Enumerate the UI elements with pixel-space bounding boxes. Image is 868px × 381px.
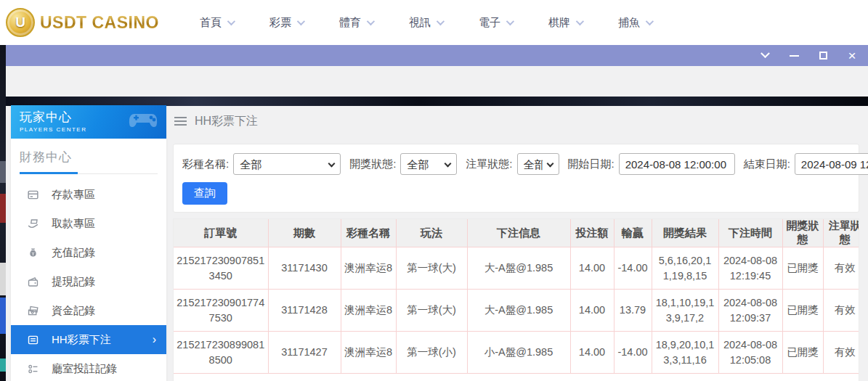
chevron-down-icon bbox=[227, 17, 235, 25]
end-date-input[interactable] bbox=[795, 153, 868, 175]
lottery-name-label: 彩種名稱: bbox=[182, 157, 229, 171]
nav-item-lottery[interactable]: 彩票 bbox=[269, 16, 303, 30]
order-status-select[interactable]: 全部 bbox=[517, 153, 559, 175]
withdraw-hand-icon bbox=[27, 218, 39, 230]
cell-bet-amount: 14.00 bbox=[570, 290, 614, 332]
table-row: 2152172309078513450 31171430 澳洲幸运8 第一球(大… bbox=[174, 247, 859, 290]
cell-bet-amount: 14.00 bbox=[570, 332, 614, 374]
close-icon[interactable]: × bbox=[846, 50, 858, 62]
chevron-down-icon bbox=[646, 17, 654, 25]
draw-status-select[interactable]: 全部 bbox=[400, 153, 457, 175]
background-art bbox=[0, 45, 6, 381]
bets-table-card: 訂單號 期數 彩種名稱 玩法 下注信息 投注額 輸贏 開獎結果 下注時間 開獎狀… bbox=[173, 218, 859, 381]
col-play-type: 玩法 bbox=[396, 219, 467, 247]
nav-item-live[interactable]: 視訊 bbox=[409, 16, 442, 30]
cell-lottery-name: 澳洲幸运8 bbox=[341, 247, 396, 290]
bets-table: 訂單號 期數 彩種名稱 玩法 下注信息 投注額 輸贏 開獎結果 下注時間 開獎狀… bbox=[174, 219, 859, 374]
order-status-label: 注單狀態: bbox=[466, 157, 512, 171]
cell-draw-status: 已開獎 bbox=[782, 332, 823, 374]
col-draw-result: 開獎結果 bbox=[652, 219, 718, 247]
players-center-header: 玩家中心 PLAYERS CENTER bbox=[11, 105, 166, 139]
table-row: 2152172308990818500 31171427 澳洲幸运8 第一球(小… bbox=[174, 332, 859, 374]
col-draw-status: 開獎狀態 bbox=[782, 219, 823, 247]
minimize-icon[interactable] bbox=[788, 50, 800, 62]
col-order-id: 訂單號 bbox=[174, 219, 268, 247]
usdt-coin-icon: U bbox=[6, 8, 35, 37]
cell-order-status: 有效 bbox=[823, 290, 859, 332]
deposit-card-icon bbox=[27, 189, 39, 201]
cell-bet-info: 大-A盤@1.985 bbox=[467, 247, 570, 290]
cell-bet-time: 2024-08-08 12:19:45 bbox=[718, 247, 782, 290]
cell-bet-info: 大-A盤@1.985 bbox=[467, 290, 570, 332]
cell-lottery-name: 澳洲幸运8 bbox=[341, 290, 396, 332]
window-body: 玩家中心 PLAYERS CENTER 財務中心 存款專區 bbox=[6, 66, 868, 381]
cell-order-status: 有效 bbox=[823, 332, 859, 374]
col-bet-amount: 投注額 bbox=[570, 219, 614, 247]
sidebar-item-room-bet-records[interactable]: 廳室投註記錄 bbox=[11, 354, 166, 381]
site-logo[interactable]: U USDT CASINO bbox=[6, 8, 160, 37]
room-records-icon bbox=[27, 363, 39, 375]
logo-text: USDT CASINO bbox=[40, 13, 159, 33]
cell-draw-status: 已開獎 bbox=[782, 247, 823, 290]
section-divider bbox=[20, 173, 158, 174]
sidebar-item-fund-records[interactable]: 資金記錄 bbox=[11, 296, 166, 325]
cell-bet-info: 小-A盤@1.985 bbox=[467, 332, 570, 374]
chevron-down-icon bbox=[576, 17, 584, 25]
nav-item-slots[interactable]: 電子 bbox=[479, 16, 512, 30]
cell-play-type: 第一球(大) bbox=[396, 247, 467, 290]
chevron-down-icon bbox=[437, 17, 445, 25]
draw-status-label: 開獎狀態: bbox=[349, 157, 396, 171]
app-window: × 玩家中心 PLAYERS CENTER 財務中心 bbox=[6, 45, 868, 381]
cell-win-loss: -14.00 bbox=[614, 247, 652, 290]
filter-panel: 彩種名稱: 全部 開獎狀態: 全部 注單狀態: 全部 bbox=[173, 144, 859, 213]
chevron-down-icon bbox=[506, 17, 514, 25]
col-period: 期數 bbox=[268, 219, 341, 247]
finance-section-title: 財務中心 bbox=[20, 149, 158, 165]
cell-win-loss: 13.79 bbox=[614, 290, 652, 332]
page-title: HH彩票下注 bbox=[195, 114, 258, 129]
top-navigation-bar: U USDT CASINO 首頁 彩票 體育 視訊 電子 棋牌 捕魚 bbox=[0, 0, 868, 45]
start-date-input[interactable] bbox=[619, 153, 735, 175]
chevron-down-icon bbox=[367, 17, 375, 25]
cell-bet-amount: 14.00 bbox=[570, 247, 614, 290]
nav-item-sports[interactable]: 體育 bbox=[339, 16, 373, 30]
cell-period: 31171428 bbox=[268, 290, 341, 332]
cell-draw-result: 5,6,16,20,11,19,8,15 bbox=[652, 247, 718, 290]
cell-draw-result: 18,1,10,19,13,9,17,2 bbox=[652, 290, 718, 332]
gamepad-icon bbox=[127, 108, 161, 130]
sidebar-item-withdraw[interactable]: 取款專區 bbox=[11, 209, 166, 238]
maximize-icon[interactable] bbox=[817, 50, 829, 62]
cell-play-type: 第一球(小) bbox=[396, 332, 467, 374]
end-date-label: 結束日期: bbox=[744, 157, 790, 171]
window-titlebar: × bbox=[6, 45, 868, 66]
sidebar-item-recharge-records[interactable]: 充值記錄 bbox=[11, 238, 166, 267]
sidebar-menu: 存款專區 取款專區 充值記錄 提現記錄 bbox=[11, 180, 166, 381]
nav-item-fishing[interactable]: 捕魚 bbox=[618, 16, 652, 30]
table-header-row: 訂單號 期數 彩種名稱 玩法 下注信息 投注額 輸贏 開獎結果 下注時間 開獎狀… bbox=[174, 219, 859, 247]
screen: U USDT CASINO 首頁 彩票 體育 視訊 電子 棋牌 捕魚 × bbox=[0, 0, 868, 381]
col-order-status: 注單狀態 bbox=[823, 219, 859, 247]
hamburger-icon[interactable] bbox=[174, 115, 187, 128]
nav-item-home[interactable]: 首頁 bbox=[200, 16, 233, 30]
sidebar-item-deposit[interactable]: 存款專區 bbox=[11, 180, 166, 209]
cell-bet-time: 2024-08-08 12:05:08 bbox=[718, 332, 782, 374]
table-row: 2152172309017747530 31171428 澳洲幸运8 第一球(大… bbox=[174, 290, 859, 332]
finance-section: 財務中心 bbox=[11, 139, 166, 174]
lottery-name-select[interactable]: 全部 bbox=[233, 153, 341, 175]
collapse-chevron-icon[interactable] bbox=[759, 50, 771, 62]
page-header: HH彩票下注 bbox=[173, 105, 859, 137]
sidebar-item-hh-lottery-bets[interactable]: HH彩票下注 › bbox=[11, 325, 166, 354]
nav-item-cards[interactable]: 棋牌 bbox=[548, 16, 582, 30]
query-button[interactable]: 查詢 bbox=[182, 182, 227, 205]
chevron-right-icon: › bbox=[153, 333, 156, 346]
col-win-loss: 輸贏 bbox=[614, 219, 652, 247]
sidebar-item-withdrawal-records[interactable]: 提現記錄 bbox=[11, 267, 166, 296]
wallet-icon bbox=[27, 276, 39, 288]
cell-lottery-name: 澳洲幸运8 bbox=[341, 332, 396, 374]
cell-draw-result: 18,9,20,10,13,3,11,16 bbox=[652, 332, 718, 374]
cell-bet-time: 2024-08-08 12:09:37 bbox=[718, 290, 782, 332]
cell-period: 31171427 bbox=[268, 332, 341, 374]
cell-order-status: 有效 bbox=[823, 247, 859, 290]
cell-draw-status: 已開獎 bbox=[782, 290, 823, 332]
col-lottery-name: 彩種名稱 bbox=[341, 219, 396, 247]
